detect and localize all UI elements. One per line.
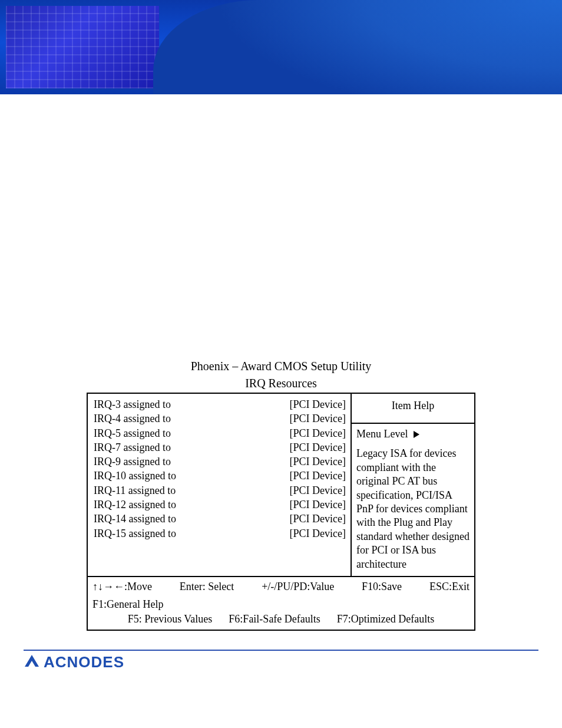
irq-row[interactable]: IRQ-3 assigned to[PCI Device] [94, 397, 346, 411]
help-body: Menu Level Legacy ISA for devices compli… [352, 424, 474, 576]
bios-irq-list: IRQ-3 assigned to[PCI Device]IRQ-4 assig… [88, 394, 351, 576]
irq-label: IRQ-7 assigned to [94, 440, 171, 454]
irq-label: IRQ-10 assigned to [94, 469, 176, 483]
irq-row[interactable]: IRQ-15 assigned to[PCI Device] [94, 526, 346, 541]
footer-hint: ↑↓→←:Move [92, 579, 152, 594]
irq-value: [PCI Device] [276, 526, 346, 541]
footer-hint: +/-/PU/PD:Value [262, 579, 334, 594]
triangle-right-icon [414, 431, 419, 438]
banner-chip-art [6, 6, 159, 88]
irq-value: [PCI Device] [276, 512, 346, 526]
irq-label: IRQ-5 assigned to [94, 426, 171, 440]
footer-hint: F10:Save [362, 579, 402, 594]
menu-level-label: Menu Level [356, 427, 408, 441]
irq-row[interactable]: IRQ-5 assigned to[PCI Device] [94, 426, 346, 440]
irq-row[interactable]: IRQ-9 assigned to[PCI Device] [94, 454, 346, 469]
footer-hint: F7:Optimized Defaults [337, 612, 434, 626]
irq-value: [PCI Device] [276, 397, 346, 411]
irq-label: IRQ-15 assigned to [94, 526, 176, 541]
irq-row[interactable]: IRQ-10 assigned to[PCI Device] [94, 469, 346, 483]
bios-footer: ↑↓→←:MoveEnter: Select+/-/PU/PD:ValueF10… [88, 576, 474, 630]
bios-heading-line2: IRQ Resources [35, 377, 527, 390]
bios-heading-line1: Phoenix – Award CMOS Setup Utility [35, 358, 527, 374]
irq-row[interactable]: IRQ-4 assigned to[PCI Device] [94, 411, 346, 426]
footer-hint: F5: Previous Values [128, 612, 213, 626]
brand-logo-icon [24, 654, 40, 670]
brand-row: ACNODES [0, 651, 562, 671]
page-banner [0, 0, 562, 94]
footer-hint: Enter: Select [180, 579, 234, 594]
page-body: Phoenix – Award CMOS Setup Utility IRQ R… [0, 94, 562, 637]
footer-hint: ESC:Exit [429, 579, 470, 594]
irq-label: IRQ-11 assigned to [94, 483, 176, 498]
irq-value: [PCI Device] [276, 411, 346, 426]
banner-swoosh [153, 0, 562, 94]
irq-row[interactable]: IRQ-12 assigned to[PCI Device] [94, 498, 346, 512]
irq-label: IRQ-9 assigned to [94, 454, 171, 469]
bios-top-row: IRQ-3 assigned to[PCI Device]IRQ-4 assig… [88, 394, 474, 576]
irq-value: [PCI Device] [276, 469, 346, 483]
irq-label: IRQ-14 assigned to [94, 512, 176, 526]
irq-row[interactable]: IRQ-14 assigned to[PCI Device] [94, 512, 346, 526]
irq-label: IRQ-4 assigned to [94, 411, 171, 426]
bios-footer-row2: F5: Previous ValuesF6:Fail-Safe Defaults… [92, 612, 470, 626]
help-text: Legacy ISA for devices compliant with th… [356, 447, 470, 571]
help-title: Item Help [352, 394, 474, 424]
irq-label: IRQ-12 assigned to [94, 498, 176, 512]
irq-value: [PCI Device] [276, 440, 346, 454]
bios-help-panel: Item Help Menu Level Legacy ISA for devi… [351, 394, 474, 576]
bios-section: Phoenix – Award CMOS Setup Utility IRQ R… [35, 358, 527, 631]
bios-footer-row1: ↑↓→←:MoveEnter: Select+/-/PU/PD:ValueF10… [92, 579, 470, 612]
brand-name: ACNODES [44, 653, 124, 671]
irq-row[interactable]: IRQ-11 assigned to[PCI Device] [94, 483, 346, 498]
irq-value: [PCI Device] [276, 498, 346, 512]
menu-level-row: Menu Level [356, 427, 470, 441]
irq-value: [PCI Device] [276, 426, 346, 440]
irq-value: [PCI Device] [276, 454, 346, 469]
irq-row[interactable]: IRQ-7 assigned to[PCI Device] [94, 440, 346, 454]
irq-value: [PCI Device] [276, 483, 346, 498]
footer-hint: F6:Fail-Safe Defaults [229, 612, 320, 626]
irq-label: IRQ-3 assigned to [94, 397, 171, 411]
footer-hint: F1:General Help [92, 597, 163, 611]
bios-box: IRQ-3 assigned to[PCI Device]IRQ-4 assig… [87, 393, 475, 631]
